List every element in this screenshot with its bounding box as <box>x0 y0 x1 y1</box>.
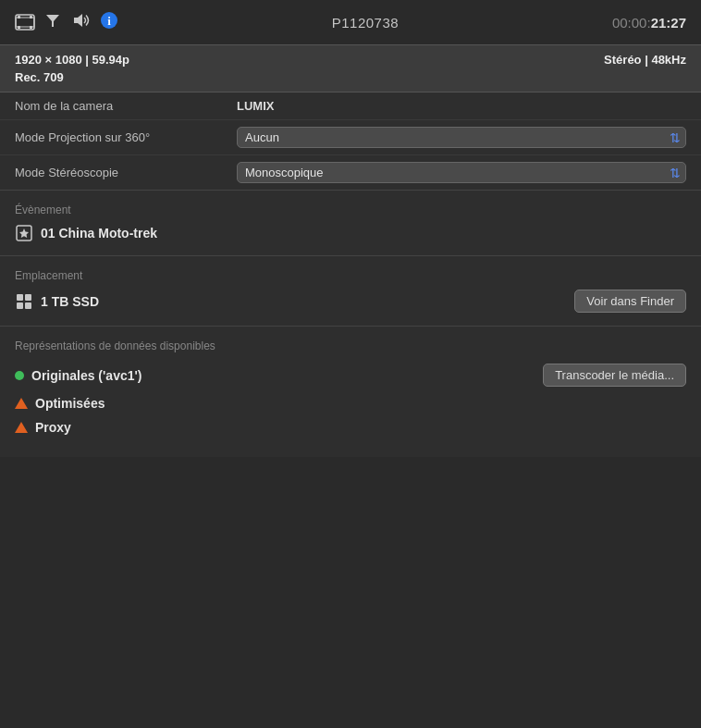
resolution-fps: 1920 × 1080 | 59.94p <box>15 53 129 67</box>
emplacement-value: 1 TB SSD <box>41 294 99 309</box>
clip-id: P1120738 <box>332 15 399 31</box>
evenement-section: Évènement 01 China Moto-trek <box>0 191 701 256</box>
emplacement-left: 1 TB SSD <box>15 292 99 311</box>
timecode-bright: 21:27 <box>651 15 686 31</box>
emplacement-section: Emplacement 1 TB SSD Voir dans Finder <box>0 256 701 327</box>
color-profile: Rec. 709 <box>15 70 686 84</box>
svg-rect-1 <box>16 18 34 27</box>
representation-proxy-row: Proxy <box>15 420 686 435</box>
representations-section: Représentations de données disponibles O… <box>0 327 701 457</box>
svg-rect-5 <box>30 26 32 29</box>
svg-rect-2 <box>18 16 20 19</box>
info-header: 1920 × 1080 | 59.94p Stéréo | 48kHz Rec.… <box>0 44 701 93</box>
projection-mode-select-wrapper: Aucun ⇅ <box>237 127 686 148</box>
rep-optimisees-label: Optimisées <box>35 396 105 411</box>
filter-icon[interactable] <box>44 12 61 32</box>
stereoscopy-mode-label: Mode Stéréoscopie <box>15 166 237 179</box>
svg-rect-13 <box>25 294 31 301</box>
info-icon[interactable]: i <box>100 11 118 33</box>
evenement-content: 01 China Moto-trek <box>15 224 686 242</box>
projection-mode-select[interactable]: Aucun <box>237 127 686 148</box>
evenement-label: Évènement <box>15 204 686 216</box>
top-bar-icons: i <box>15 11 118 33</box>
emplacement-content: 1 TB SSD Voir dans Finder <box>15 290 686 313</box>
status-triangle-orange-2 <box>15 422 28 433</box>
svg-rect-3 <box>18 26 20 29</box>
camera-name-row: Nom de la camera LUMIX <box>0 93 701 120</box>
camera-name-value: LUMIX <box>237 99 686 113</box>
info-header-row1: 1920 × 1080 | 59.94p Stéréo | 48kHz <box>15 53 686 67</box>
film-icon[interactable] <box>15 14 35 31</box>
svg-marker-11 <box>19 228 29 238</box>
top-bar: i P1120738 00:00:21:27 <box>0 0 701 44</box>
timecode: 00:00:21:27 <box>612 15 686 31</box>
audio-info: Stéréo | 48kHz <box>604 53 686 67</box>
representations-header: Représentations de données disponibles <box>15 339 686 352</box>
properties-section: Nom de la camera LUMIX Mode Projection s… <box>0 93 701 191</box>
projection-mode-label: Mode Projection sur 360° <box>15 130 237 144</box>
transcode-button[interactable]: Transcoder le média... <box>543 364 686 387</box>
voir-dans-finder-button[interactable]: Voir dans Finder <box>574 290 686 313</box>
timecode-dim: 00:00: <box>612 15 651 31</box>
svg-rect-4 <box>30 16 32 19</box>
stereoscopy-mode-select-wrapper: Monoscopique ⇅ <box>237 162 686 183</box>
representation-optimisees-row: Optimisées <box>15 396 686 411</box>
rep-proxy-label: Proxy <box>35 420 71 435</box>
projection-mode-row: Mode Projection sur 360° Aucun ⇅ <box>0 120 701 155</box>
status-triangle-orange-1 <box>15 398 28 409</box>
svg-text:i: i <box>107 14 111 28</box>
representation-originales-row: Originales ('avc1') Transcoder le média.… <box>15 364 686 387</box>
stereoscopy-mode-row: Mode Stéréoscopie Monoscopique ⇅ <box>0 155 701 190</box>
status-dot-green <box>15 371 24 380</box>
separator: | <box>85 53 92 67</box>
rep-originales-left: Originales ('avc1') <box>15 368 142 383</box>
svg-marker-7 <box>74 14 82 27</box>
rep-originales-label: Originales ('avc1') <box>31 368 142 383</box>
fps: 59.94p <box>92 53 129 67</box>
resolution: 1920 × 1080 <box>15 53 82 67</box>
camera-name-label: Nom de la camera <box>15 99 237 113</box>
svg-rect-15 <box>25 302 31 309</box>
main-content: Nom de la camera LUMIX Mode Projection s… <box>0 93 701 457</box>
star-icon <box>15 224 33 242</box>
stereoscopy-mode-select[interactable]: Monoscopique <box>237 162 686 183</box>
grid-icon <box>15 292 33 311</box>
svg-rect-14 <box>17 302 23 309</box>
svg-rect-12 <box>17 294 23 301</box>
audio-icon[interactable] <box>70 12 91 32</box>
emplacement-label: Emplacement <box>15 269 686 282</box>
svg-marker-6 <box>46 15 59 27</box>
evenement-value: 01 China Moto-trek <box>41 226 157 241</box>
